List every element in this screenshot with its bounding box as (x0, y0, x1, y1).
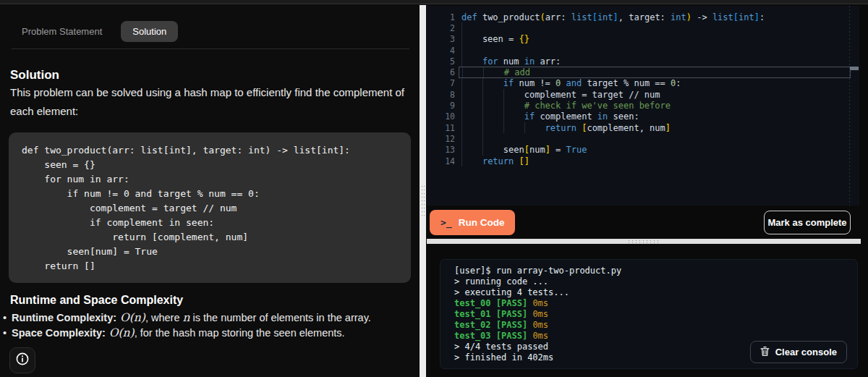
drag-handle-icon[interactable] (627, 240, 660, 243)
run-code-button[interactable]: >_ Run Code (430, 210, 515, 235)
info-circle-icon (15, 352, 30, 369)
panel-resize-divider[interactable] (420, 5, 426, 377)
run-code-label: Run Code (459, 217, 505, 228)
math-o-n: O(n) (120, 311, 145, 324)
bullet-dot: • (3, 326, 7, 341)
panel-tabs: Problem Statement Solution (10, 21, 178, 42)
complexity-label: Space Complexity: (12, 327, 106, 339)
editor-line[interactable]: 8 complement = target // num (427, 89, 859, 100)
console-line: > running code ... (454, 276, 857, 287)
complexity-list: • Runtime Complexity:O(n), where n is th… (3, 310, 415, 340)
solution-code-block: def two_product(arr: list[int], target: … (9, 132, 411, 283)
line-number: 8 (427, 90, 455, 100)
line-number: 9 (427, 101, 455, 111)
editor-line[interactable]: 14 return [] (427, 156, 859, 166)
list-item: • Space Complexity:O(n), for the hash ma… (3, 326, 415, 341)
console-line: test_03 [PASS] 0ms (454, 331, 857, 342)
editor-line[interactable]: 13 seen[num] = True (427, 145, 859, 156)
list-item: • Runtime Complexity:O(n), where n is th… (3, 310, 415, 326)
line-number: 6 (427, 67, 455, 77)
solution-description: This problem can be solved using a hash … (10, 83, 412, 121)
editor-line[interactable]: 10 if complement in seen: (427, 111, 859, 122)
line-number: 11 (427, 123, 455, 133)
top-frame-bar (0, 0, 868, 4)
console-line: test_00 [PASS] 0ms (454, 297, 857, 308)
math-o-n: O(n) (109, 326, 135, 339)
editor-line[interactable]: 11 return [complement, num] (427, 122, 859, 133)
solution-heading: Solution (10, 68, 59, 82)
editor-line[interactable]: 4 (427, 45, 859, 56)
line-number: 3 (427, 34, 455, 44)
line-number: 4 (427, 46, 455, 56)
console-line: test_01 [PASS] 0ms (454, 308, 857, 319)
complexity-heading: Runtime and Space Complexity (10, 294, 183, 307)
tab-solution[interactable]: Solution (121, 21, 178, 42)
line-number: 1 (427, 12, 455, 22)
line-number: 5 (427, 56, 455, 67)
drag-handle-icon[interactable] (421, 185, 425, 218)
clear-console-button[interactable]: Clear console (750, 341, 847, 363)
clear-console-label: Clear console (775, 347, 837, 357)
editor-line[interactable]: 6 # add (427, 67, 859, 77)
editor-console-resize-divider[interactable] (427, 239, 861, 244)
editor-line[interactable]: 5 for num in arr: (427, 56, 859, 67)
line-number: 10 (427, 111, 455, 122)
console-section: [user]$ run array-two-product.py> runnin… (427, 244, 868, 377)
editor-line[interactable]: 7 if num != 0 and target % num == 0: (427, 78, 859, 89)
complexity-text: , where (145, 312, 183, 323)
trash-icon (760, 346, 770, 359)
tab-problem-statement[interactable]: Problem Statement (10, 21, 114, 42)
line-number: 13 (427, 145, 455, 155)
complexity-label: Runtime Complexity: (12, 312, 116, 323)
indent-guide (482, 133, 483, 144)
console-line: [user]$ run array-two-product.py (454, 265, 857, 276)
mark-as-complete-button[interactable]: Mark as complete (764, 211, 851, 234)
line-number: 14 (427, 156, 455, 166)
solution-code-text: def two_product(arr: list[int], target: … (22, 143, 398, 274)
editor-line[interactable]: 12 (427, 133, 859, 144)
line-number: 7 (427, 78, 455, 88)
editor-line[interactable]: 3 seen = {} (427, 34, 859, 45)
indent-guide (461, 22, 462, 33)
indent-guide (461, 45, 462, 56)
editor-line[interactable]: 9 # check if we've seen before (427, 100, 859, 111)
problem-panel: Problem Statement Solution Solution This… (0, 5, 420, 377)
info-button[interactable] (9, 347, 35, 373)
tabs-divider-line (12, 48, 409, 49)
complexity-text: , for the hash map storing the seen elem… (135, 327, 345, 339)
bullet-dot: • (3, 310, 7, 326)
editor-lines[interactable]: 1def two_product(arr: list[int], target:… (427, 6, 859, 166)
console-output: [user]$ run array-two-product.py> runnin… (440, 259, 858, 369)
console-line: > executing 4 tests... (454, 287, 857, 297)
editor-line[interactable]: 1def two_product(arr: list[int], target:… (427, 12, 859, 22)
code-workspace-panel: 1def two_product(arr: list[int], target:… (426, 5, 868, 377)
editor-overview-ruler (849, 6, 850, 206)
math-n: n (182, 311, 190, 324)
code-editor[interactable]: 1def two_product(arr: list[int], target:… (427, 6, 859, 206)
line-number: 12 (427, 134, 455, 144)
complexity-text: is the number of elements in the array. (190, 312, 370, 323)
editor-line[interactable]: 2 (427, 22, 859, 33)
line-number: 2 (427, 23, 455, 33)
editor-ruler-current-line-marker (850, 67, 859, 70)
console-line: test_02 [PASS] 0ms (454, 319, 857, 330)
terminal-prompt-icon: >_ (441, 217, 452, 228)
indent-guide (461, 133, 462, 144)
